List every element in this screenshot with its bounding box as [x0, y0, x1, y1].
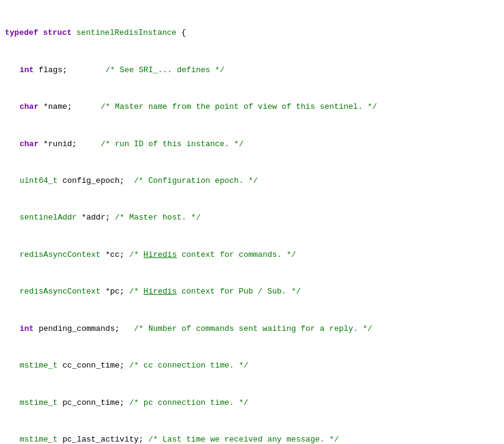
line-10: mstime_t cc_conn_time; /* cc connection …	[0, 360, 504, 372]
line-3: char *name; /* Master name from the poin…	[0, 101, 504, 113]
line-5: uint64_t config_epoch; /* Configuration …	[0, 175, 504, 187]
line-8: redisAsyncContext *pc; /* Hiredis contex…	[0, 286, 504, 298]
line-2: int flags; /* See SRI_... defines */	[0, 64, 504, 76]
line-1: typedef struct sentinelRedisInstance {	[0, 27, 504, 39]
line-9: int pending_commands; /* Number of comma…	[0, 323, 504, 335]
line-6: sentinelAddr *addr; /* Master host. */	[0, 212, 504, 224]
code-viewer: typedef struct sentinelRedisInstance { i…	[0, 0, 504, 444]
line-4: char *runid; /* run ID of this instance.…	[0, 138, 504, 150]
line-7: redisAsyncContext *cc; /* Hiredis contex…	[0, 249, 504, 261]
line-12: mstime_t pc_last_activity; /* Last time …	[0, 434, 504, 444]
line-11: mstime_t pc_conn_time; /* pc connection …	[0, 397, 504, 409]
